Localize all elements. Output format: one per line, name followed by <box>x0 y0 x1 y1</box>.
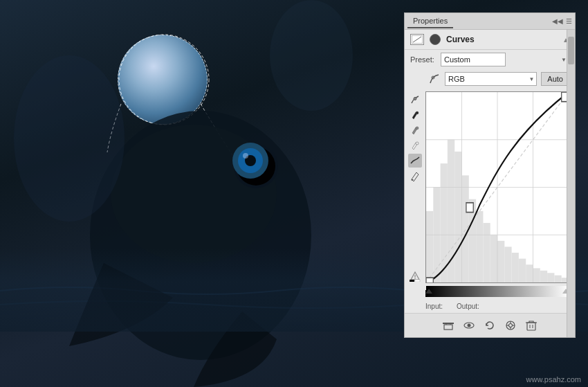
clip-to-layer-button[interactable] <box>440 318 457 333</box>
tools-panel <box>407 91 423 283</box>
bottom-toolbar <box>405 313 575 337</box>
auto-button[interactable]: Auto <box>541 72 569 86</box>
io-labels: Input: Output: <box>405 301 575 313</box>
svg-point-10 <box>270 0 353 111</box>
svg-rect-33 <box>497 241 504 282</box>
panel-section-header: Curves ▲ <box>405 30 575 50</box>
scrollbar-thumb[interactable] <box>568 37 574 64</box>
output-label: Output: <box>457 303 479 310</box>
delete-adjustment-button[interactable] <box>523 318 540 333</box>
svg-rect-31 <box>483 223 490 282</box>
black-slider-thumb[interactable] <box>425 289 432 294</box>
output-gradient-bar <box>425 290 569 297</box>
moon-globe <box>118 35 208 125</box>
curve-point-mid <box>466 203 473 213</box>
svg-rect-35 <box>512 253 519 282</box>
svg-rect-40 <box>547 273 554 282</box>
svg-rect-23 <box>426 211 433 282</box>
svg-rect-36 <box>519 259 526 282</box>
svg-rect-50 <box>443 323 454 324</box>
svg-rect-25 <box>441 163 448 282</box>
svg-point-53 <box>468 324 471 327</box>
svg-rect-34 <box>504 246 511 282</box>
svg-rect-28 <box>462 175 469 282</box>
svg-rect-38 <box>533 268 540 282</box>
channel-select[interactable]: RGB Red Green Blue <box>445 72 537 86</box>
svg-point-7 <box>245 155 256 166</box>
watermark: www.psahz.com <box>526 375 581 384</box>
pencil-tool[interactable] <box>408 169 422 183</box>
black-eyedropper-tool[interactable] <box>408 108 422 122</box>
channel-row: RGB Red Green Blue Auto <box>405 69 575 89</box>
svg-rect-22 <box>415 280 420 282</box>
svg-point-8 <box>243 153 248 159</box>
panel-collapse-icon[interactable]: ◀◀ <box>552 17 563 25</box>
svg-rect-26 <box>448 140 454 282</box>
svg-point-17 <box>416 142 419 145</box>
on-image-tool[interactable] <box>408 93 422 107</box>
svg-rect-27 <box>454 152 461 282</box>
svg-rect-21 <box>410 280 414 282</box>
slider-container <box>425 287 569 300</box>
properties-tab[interactable]: Properties <box>407 15 453 28</box>
channel-select-wrapper: RGB Red Green Blue <box>445 72 537 86</box>
svg-rect-41 <box>554 276 561 282</box>
curves-main-area <box>405 89 575 286</box>
svg-rect-30 <box>476 211 483 282</box>
svg-point-14 <box>414 98 416 100</box>
svg-point-3 <box>234 144 278 188</box>
svg-rect-51 <box>444 325 452 330</box>
preset-select[interactable]: Custom Default Strong Contrast Linear Co… <box>441 53 506 66</box>
svg-point-2 <box>111 125 277 263</box>
preset-label: Preset: <box>410 55 437 64</box>
warning-clipping-icon[interactable] <box>408 269 422 283</box>
curves-graph[interactable] <box>425 91 569 283</box>
draw-curve-tool[interactable] <box>408 154 422 168</box>
input-label: Input: <box>425 303 443 310</box>
panel-title: Curves <box>446 35 475 44</box>
curve-point-black <box>426 278 433 282</box>
curves-svg <box>426 92 569 282</box>
svg-point-9 <box>14 55 125 222</box>
svg-point-55 <box>509 324 513 327</box>
properties-panel: Properties ◀◀ ☰ Curves ▲ Preset: Custom … <box>404 12 576 338</box>
gray-eyedropper-tool[interactable] <box>408 123 422 137</box>
panel-tab-bar: Properties ◀◀ ☰ <box>405 13 575 30</box>
preset-row: Preset: Custom Default Strong Contrast L… <box>405 50 575 69</box>
svg-point-4 <box>237 147 275 186</box>
svg-rect-39 <box>540 271 547 282</box>
svg-point-20 <box>414 278 416 280</box>
svg-rect-60 <box>527 323 535 330</box>
svg-point-5 <box>232 143 268 179</box>
svg-rect-32 <box>490 235 497 282</box>
channel-icon <box>428 73 441 85</box>
reset-button[interactable] <box>481 318 498 333</box>
sliders-area <box>405 286 575 301</box>
view-previous-button[interactable] <box>502 318 519 333</box>
visibility-button[interactable] <box>461 318 477 333</box>
svg-point-16 <box>416 127 419 129</box>
panel-menu-icon[interactable]: ☰ <box>566 17 572 25</box>
svg-point-15 <box>416 111 419 114</box>
svg-rect-37 <box>526 264 533 282</box>
adjustment-type-icon <box>410 34 424 45</box>
svg-point-6 <box>238 148 263 173</box>
panel-scrollbar[interactable] <box>567 30 575 337</box>
layer-mask-icon <box>430 34 441 45</box>
white-eyedropper-tool[interactable] <box>408 138 422 152</box>
preset-select-wrapper: Custom Default Strong Contrast Linear Co… <box>441 53 569 66</box>
